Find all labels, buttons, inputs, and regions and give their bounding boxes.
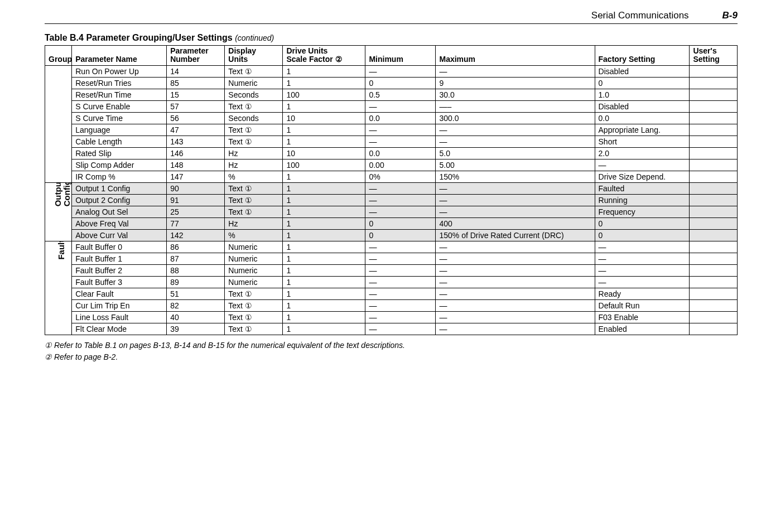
display-units: Text ① xyxy=(225,311,283,323)
table-row: Cable Length143Text ①1——Short xyxy=(45,136,738,147)
parameter-name: Fault Buffer 0 xyxy=(72,241,167,253)
minimum: — xyxy=(365,182,436,194)
maximum: — xyxy=(436,288,595,299)
parameter-name: Analog Out Sel xyxy=(72,206,167,217)
display-units: Text ① xyxy=(225,124,283,136)
factory-setting: Enabled xyxy=(595,323,690,335)
th-number: Parameter Number xyxy=(167,46,225,66)
scale-factor: 1 xyxy=(283,217,365,229)
display-units: Text ① xyxy=(225,136,283,147)
maximum: — xyxy=(436,311,595,323)
factory-setting: 0 xyxy=(595,217,690,229)
table-row: S Curve Time56Seconds100.0300.00.0 xyxy=(45,112,738,124)
parameter-name: Flt Clear Mode xyxy=(72,323,167,335)
scale-factor: 10 xyxy=(283,112,365,124)
parameter-name: Cable Length xyxy=(72,136,167,147)
table-row: Reset/Run Time15Seconds1000.530.01.0 xyxy=(45,89,738,100)
footnotes: ① Refer to Table B.1 on pages B-13, B-14… xyxy=(45,340,738,363)
table-row: Fault Buffer 187Numeric1——— xyxy=(45,253,738,264)
maximum: — xyxy=(436,124,595,136)
scale-factor: 1 xyxy=(283,276,365,288)
table-row: Fault Buffer 389Numeric1——— xyxy=(45,276,738,288)
parameter-number: 40 xyxy=(167,311,225,323)
factory-setting: Default Run xyxy=(595,299,690,311)
factory-setting: Disabled xyxy=(595,100,690,112)
parameter-number: 82 xyxy=(167,299,225,311)
minimum: — xyxy=(365,65,436,77)
maximum: — xyxy=(436,299,595,311)
scale-factor: 1 xyxy=(283,136,365,147)
display-units: Text ① xyxy=(225,299,283,311)
th-name: Parameter Name xyxy=(72,46,167,66)
parameter-number: 143 xyxy=(167,136,225,147)
th-scale-l1: Drive Units xyxy=(286,46,327,55)
parameter-name: Language xyxy=(72,124,167,136)
th-scale-l2: Scale Factor ② xyxy=(286,55,342,64)
minimum: — xyxy=(365,253,436,264)
display-units: Text ① xyxy=(225,194,283,206)
factory-setting: Appropriate Lang. xyxy=(595,124,690,136)
minimum: 0 xyxy=(365,229,436,241)
display-units: Text ① xyxy=(225,206,283,217)
parameter-name: Output 2 Config xyxy=(72,194,167,206)
parameter-name: Above Curr Val xyxy=(72,229,167,241)
group-label-cell: OutputConfig xyxy=(45,182,72,241)
table-row: Output 2 Config91Text ①1——Running xyxy=(45,194,738,206)
display-units: Hz xyxy=(225,147,283,159)
user-setting xyxy=(690,194,738,206)
maximum: 9 xyxy=(436,77,595,89)
display-units: Numeric xyxy=(225,77,283,89)
minimum: — xyxy=(365,241,436,253)
parameter-name: Clear Fault xyxy=(72,288,167,299)
scale-factor: 1 xyxy=(283,171,365,182)
user-setting xyxy=(690,276,738,288)
footnote-1: ① Refer to Table B.1 on pages B-13, B-14… xyxy=(45,340,738,351)
page-header: Serial Communications B-9 xyxy=(45,10,738,23)
user-setting xyxy=(690,159,738,171)
factory-setting: — xyxy=(595,241,690,253)
minimum: 0.00 xyxy=(365,159,436,171)
user-setting xyxy=(690,241,738,253)
table-row: Feature SelectRun On Power Up14Text ①1——… xyxy=(45,65,738,77)
table-row: Above Curr Val142%10150% of Drive Rated … xyxy=(45,229,738,241)
maximum: — xyxy=(436,264,595,276)
th-user-l2: Setting xyxy=(693,55,719,64)
maximum: 300.0 xyxy=(436,112,595,124)
user-setting xyxy=(690,136,738,147)
minimum: — xyxy=(365,194,436,206)
factory-setting: F03 Enable xyxy=(595,311,690,323)
scale-factor: 1 xyxy=(283,323,365,335)
table-title-text: Table B.4 Parameter Grouping/User Settin… xyxy=(45,33,233,42)
th-number-l2: Number xyxy=(170,55,200,64)
scale-factor: 1 xyxy=(283,264,365,276)
maximum: —– xyxy=(436,100,595,112)
minimum: — xyxy=(365,124,436,136)
maximum: 150% xyxy=(436,171,595,182)
th-user-l1: User's xyxy=(693,46,716,55)
th-group: Group xyxy=(45,46,72,66)
maximum: 400 xyxy=(436,217,595,229)
user-setting xyxy=(690,182,738,194)
table-row: OutputConfigOutput 1 Config90Text ①1——Fa… xyxy=(45,182,738,194)
user-setting xyxy=(690,299,738,311)
maximum: — xyxy=(436,241,595,253)
parameter-number: 147 xyxy=(167,171,225,182)
parameter-number: 25 xyxy=(167,206,225,217)
parameter-number: 148 xyxy=(167,159,225,171)
parameter-name: Rated Slip xyxy=(72,147,167,159)
scale-factor: 1 xyxy=(283,194,365,206)
parameter-number: 142 xyxy=(167,229,225,241)
minimum: 0% xyxy=(365,171,436,182)
scale-factor: 1 xyxy=(283,124,365,136)
display-units: Numeric xyxy=(225,241,283,253)
parameter-number: 14 xyxy=(167,65,225,77)
parameter-name: S Curve Enable xyxy=(72,100,167,112)
parameter-number: 86 xyxy=(167,241,225,253)
table-row: Slip Comp Adder148Hz1000.005.00— xyxy=(45,159,738,171)
parameter-name: Slip Comp Adder xyxy=(72,159,167,171)
th-user: User's Setting xyxy=(690,46,738,66)
table-row: Rated Slip146Hz100.05.02.0 xyxy=(45,147,738,159)
user-setting xyxy=(690,89,738,100)
th-units: Display Units xyxy=(225,46,283,66)
th-factory: Factory Setting xyxy=(595,46,690,66)
